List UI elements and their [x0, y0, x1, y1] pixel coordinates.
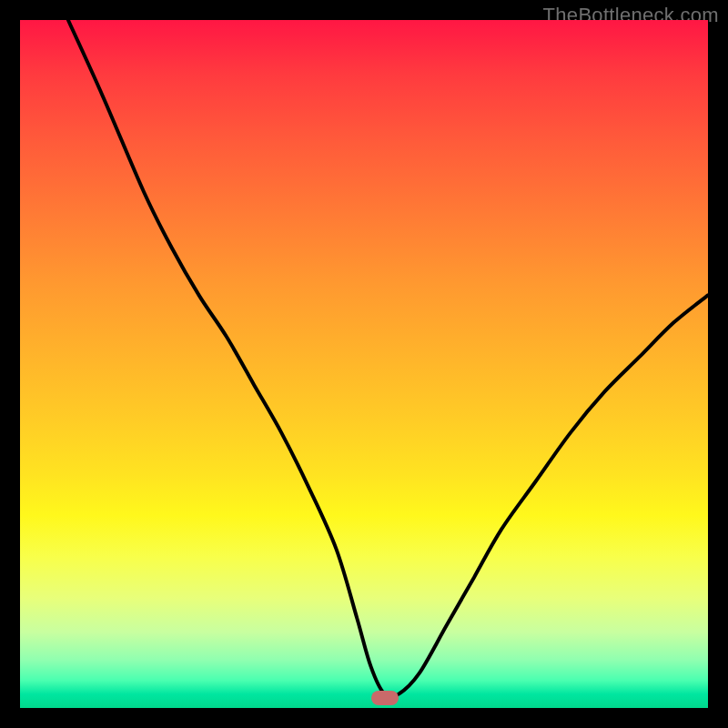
- bottleneck-marker: [371, 691, 399, 705]
- plot-area: [20, 20, 708, 708]
- chart-frame: TheBottleneck.com: [0, 0, 728, 728]
- bottleneck-curve: [20, 20, 708, 708]
